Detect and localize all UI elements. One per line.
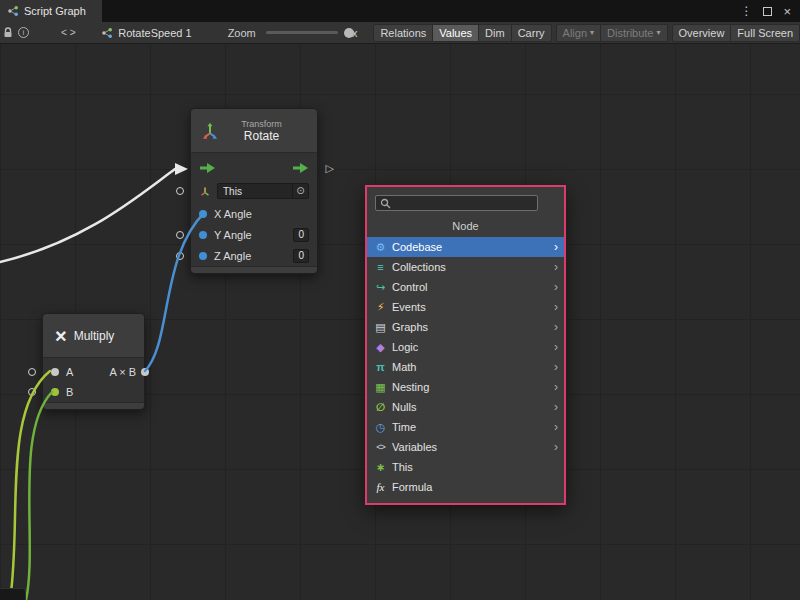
flow-row: ▷: [191, 157, 317, 179]
x-angle-port[interactable]: [199, 210, 207, 218]
z-angle-outer-port[interactable]: [176, 252, 184, 260]
nulls-icon: ∅: [373, 401, 388, 414]
unity-visual-scripting-window: Script Graph ⋮ × i < > RotateSpeed 1: [0, 0, 800, 600]
finder-item-events[interactable]: ⚡ Events ›: [367, 297, 564, 317]
finder-item-nulls[interactable]: ∅ Nulls ›: [367, 397, 564, 417]
x-angle-label: X Angle: [214, 208, 309, 220]
this-port[interactable]: [176, 187, 184, 195]
input-b-row: B: [43, 382, 144, 402]
caret-down-icon: ▾: [590, 28, 594, 37]
relations-button[interactable]: Relations: [373, 24, 433, 42]
y-angle-input[interactable]: 0: [293, 228, 309, 242]
search-box[interactable]: [375, 195, 538, 211]
breadcrumb[interactable]: RotateSpeed 1: [101, 27, 191, 39]
multiply-node[interactable]: × Multiply A A × B B: [42, 313, 145, 410]
graph-toolbar: i < > RotateSpeed 1 Zoom 1x Relations Va…: [0, 22, 800, 44]
z-angle-input[interactable]: 0: [293, 249, 309, 263]
logic-icon: ◆: [373, 341, 388, 354]
codebase-icon: ⚙: [373, 241, 388, 254]
object-picker-icon[interactable]: ⊙: [292, 184, 308, 198]
graph-canvas[interactable]: Transform Rotate ▷: [0, 44, 800, 600]
overview-button[interactable]: Overview: [672, 24, 732, 42]
flow-in-port[interactable]: [199, 162, 216, 174]
input-a-row: A A × B: [43, 362, 144, 382]
fullscreen-button[interactable]: Full Screen: [731, 24, 800, 42]
tab-title: Script Graph: [24, 5, 86, 17]
input-b-port[interactable]: [51, 388, 59, 396]
tab-bar: Script Graph ⋮ ×: [0, 0, 800, 22]
info-icon[interactable]: i: [16, 22, 32, 44]
node-title: Multiply: [74, 329, 115, 343]
script-graph-icon: [7, 5, 19, 17]
chevron-right-icon: ›: [554, 300, 558, 314]
zoom-label: Zoom: [228, 27, 256, 39]
finder-item-graphs[interactable]: ▤ Graphs ›: [367, 317, 564, 337]
zoom-slider-handle[interactable]: [344, 28, 354, 38]
align-button[interactable]: Align▾: [556, 24, 601, 42]
lock-icon[interactable]: [0, 22, 16, 44]
tab-script-graph[interactable]: Script Graph: [0, 0, 102, 22]
finder-item-collections[interactable]: ≡ Collections ›: [367, 257, 564, 277]
rotate-node-header[interactable]: Transform Rotate: [191, 109, 317, 153]
y-angle-label: Y Angle: [214, 229, 293, 241]
values-button[interactable]: Values: [433, 24, 479, 42]
caret-down-icon: ▾: [657, 28, 661, 37]
chevron-right-icon: ›: [554, 400, 558, 414]
window-controls: ⋮ ×: [740, 0, 800, 22]
control-icon: ↪: [373, 281, 388, 294]
node-title: Rotate: [244, 129, 279, 143]
multiply-icon: ×: [55, 326, 67, 346]
finder-item-math[interactable]: π Math ›: [367, 357, 564, 377]
code-view-icon[interactable]: < >: [57, 22, 79, 44]
input-b-label: B: [66, 386, 73, 398]
carry-button[interactable]: Carry: [512, 24, 552, 42]
multiply-node-header[interactable]: × Multiply: [43, 314, 144, 358]
collections-icon: ≡: [373, 261, 388, 273]
chevron-right-icon: ›: [554, 320, 558, 334]
finder-header: Node: [367, 218, 564, 234]
distribute-button[interactable]: Distribute▾: [601, 24, 667, 42]
finder-item-formula[interactable]: fx Formula: [367, 477, 564, 497]
z-angle-port[interactable]: [199, 252, 207, 260]
corner-tab[interactable]: [0, 588, 26, 600]
x-angle-row: X Angle: [191, 203, 317, 224]
finder-item-variables[interactable]: <> Variables ›: [367, 437, 564, 457]
fuzzy-finder: Node ⚙ Codebase › ≡ Collections › ↪ Cont…: [365, 185, 566, 505]
node-search-input[interactable]: [394, 197, 533, 209]
this-field[interactable]: This ⊙: [217, 183, 309, 199]
finder-item-nesting[interactable]: ▦ Nesting ›: [367, 377, 564, 397]
finder-item-logic[interactable]: ◆ Logic ›: [367, 337, 564, 357]
menu-icon[interactable]: ⋮: [740, 4, 752, 18]
y-angle-outer-port[interactable]: [176, 231, 184, 239]
control-wire-arrowhead: [175, 163, 188, 175]
input-a-outer-port[interactable]: [28, 368, 36, 376]
y-angle-port[interactable]: [199, 231, 207, 239]
input-b-outer-port[interactable]: [28, 388, 36, 396]
output-port[interactable]: [141, 368, 149, 376]
chevron-right-icon: ›: [554, 420, 558, 434]
flow-out-port[interactable]: [292, 162, 309, 174]
maximize-icon[interactable]: [763, 7, 772, 16]
time-icon: ◷: [373, 421, 388, 434]
math-icon: π: [373, 361, 388, 373]
finder-item-codebase[interactable]: ⚙ Codebase ›: [367, 237, 564, 257]
finder-item-this[interactable]: ∗ This: [367, 457, 564, 477]
search-icon: [380, 198, 391, 209]
finder-list: ⚙ Codebase › ≡ Collections › ↪ Control ›…: [367, 237, 564, 497]
finder-item-control[interactable]: ↪ Control ›: [367, 277, 564, 297]
chevron-right-icon: ›: [554, 380, 558, 394]
breadcrumb-label: RotateSpeed 1: [118, 27, 191, 39]
toolbar-buttons: Relations Values Dim Carry Align▾ Distri…: [369, 22, 800, 44]
zoom-slider[interactable]: [266, 31, 338, 34]
dim-button[interactable]: Dim: [479, 24, 512, 42]
node-footer: [191, 266, 317, 273]
rotate-node[interactable]: Transform Rotate ▷: [190, 108, 318, 274]
node-category: Transform: [241, 119, 282, 129]
output-label: A × B: [109, 366, 136, 378]
input-a-port[interactable]: [51, 368, 59, 376]
finder-item-time[interactable]: ◷ Time ›: [367, 417, 564, 437]
close-icon[interactable]: ×: [783, 4, 791, 19]
this-row: This ⊙: [191, 179, 317, 203]
graphs-icon: ▤: [373, 321, 388, 334]
chevron-right-icon: ›: [554, 440, 558, 454]
